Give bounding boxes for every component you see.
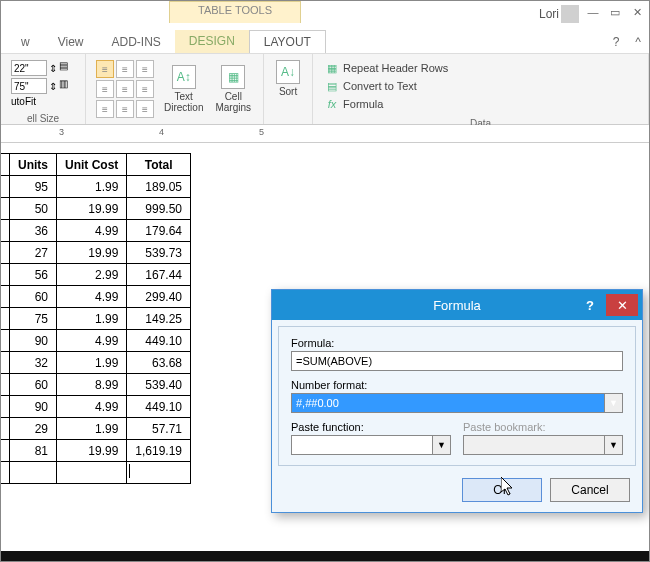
paste-function-label: Paste function: [291, 421, 451, 433]
cell-units[interactable]: 50 [10, 198, 57, 220]
col-unit-cost[interactable]: Unit Cost [57, 154, 127, 176]
align-top-center[interactable]: ≡ [116, 60, 134, 78]
user-avatar[interactable] [561, 5, 579, 23]
cell-units[interactable]: 36 [10, 220, 57, 242]
cell-total[interactable]: 167.44 [127, 264, 191, 286]
tab-design[interactable]: DESIGN [175, 30, 249, 53]
table-row: 364.99179.64 [0, 220, 191, 242]
cell-units[interactable]: 29 [10, 418, 57, 440]
cell-margins-icon: ▦ [221, 65, 245, 89]
cell-total[interactable]: 449.10 [127, 330, 191, 352]
cell-unit-cost[interactable]: 8.99 [57, 374, 127, 396]
cell-total[interactable]: 179.64 [127, 220, 191, 242]
ribbon-collapse-icon[interactable]: ^ [627, 31, 649, 53]
document-area: Units Unit Cost Total 951.99189.055019.9… [1, 143, 649, 562]
sort-button[interactable]: A↓ Sort [270, 56, 306, 101]
paste-function-combo[interactable]: ▼ [291, 435, 451, 455]
cell-units[interactable]: 75 [10, 308, 57, 330]
align-middle-right[interactable]: ≡ [136, 80, 154, 98]
ribbon-help-icon[interactable]: ? [605, 31, 628, 53]
distribute-rows-icon[interactable]: ▤ [59, 60, 75, 76]
repeat-header-rows-button[interactable]: ▦Repeat Header Rows [321, 60, 640, 76]
row-height-input[interactable]: 22" [11, 60, 47, 76]
align-top-left[interactable]: ≡ [96, 60, 114, 78]
cell-total[interactable]: 299.40 [127, 286, 191, 308]
window-titlebar: TABLE TOOLS Lori — ▭ ✕ [1, 1, 649, 29]
cell-unit-cost[interactable]: 1.99 [57, 176, 127, 198]
align-top-right[interactable]: ≡ [136, 60, 154, 78]
dialog-titlebar[interactable]: Formula ? ✕ [272, 290, 642, 320]
tab-layout[interactable]: LAYOUT [249, 30, 326, 53]
table-row: 604.99299.40 [0, 286, 191, 308]
table-row: 562.99167.44 [0, 264, 191, 286]
cancel-button[interactable]: Cancel [550, 478, 630, 502]
group-data: ▦Repeat Header Rows ▤Convert to Text fxF… [313, 54, 649, 124]
cell-total[interactable]: 1,619.19 [127, 440, 191, 462]
chevron-down-icon[interactable]: ▼ [604, 394, 622, 412]
tab-view[interactable]: View [44, 31, 98, 53]
align-bottom-center[interactable]: ≡ [116, 100, 134, 118]
cell-units[interactable]: 27 [10, 242, 57, 264]
align-middle-left[interactable]: ≡ [96, 80, 114, 98]
cell-total[interactable]: 149.25 [127, 308, 191, 330]
distribute-cols-icon[interactable]: ▥ [59, 78, 75, 94]
dialog-close-button[interactable]: ✕ [606, 294, 638, 316]
cell-units[interactable]: 90 [10, 330, 57, 352]
cell-unit-cost[interactable]: 2.99 [57, 264, 127, 286]
cell-unit-cost[interactable]: 4.99 [57, 220, 127, 242]
cell-unit-cost[interactable]: 19.99 [57, 242, 127, 264]
total-cell-active[interactable] [127, 462, 191, 484]
align-bottom-right[interactable]: ≡ [136, 100, 154, 118]
cell-units[interactable]: 90 [10, 396, 57, 418]
tab-addins[interactable]: ADD-INS [97, 31, 174, 53]
repeat-header-icon: ▦ [325, 61, 339, 75]
cell-units[interactable]: 95 [10, 176, 57, 198]
cell-total[interactable]: 57.71 [127, 418, 191, 440]
cell-total[interactable]: 539.40 [127, 374, 191, 396]
cell-unit-cost[interactable]: 1.99 [57, 308, 127, 330]
window-minimize-button[interactable]: — [581, 1, 605, 23]
align-bottom-left[interactable]: ≡ [96, 100, 114, 118]
cell-units[interactable]: 60 [10, 286, 57, 308]
dialog-help-button[interactable]: ? [578, 294, 602, 316]
cell-units[interactable]: 32 [10, 352, 57, 374]
align-middle-center[interactable]: ≡ [116, 80, 134, 98]
chevron-down-icon: ▼ [604, 436, 622, 454]
col-units[interactable]: Units [10, 154, 57, 176]
tab-partial-left[interactable]: w [7, 31, 44, 53]
data-table: Units Unit Cost Total 951.99189.055019.9… [0, 153, 191, 484]
window-close-button[interactable]: ✕ [625, 1, 649, 23]
cell-units[interactable]: 60 [10, 374, 57, 396]
cell-total[interactable]: 63.68 [127, 352, 191, 374]
cell-unit-cost[interactable]: 1.99 [57, 352, 127, 374]
table-row: 904.99449.10 [0, 396, 191, 418]
cell-unit-cost[interactable]: 4.99 [57, 286, 127, 308]
cell-unit-cost[interactable]: 4.99 [57, 396, 127, 418]
ribbon-tab-strip: w View ADD-INS DESIGN LAYOUT ? ^ [1, 29, 649, 53]
cell-total[interactable]: 189.05 [127, 176, 191, 198]
cell-margins-button[interactable]: ▦ Cell Margins [209, 56, 257, 122]
text-direction-button[interactable]: A↕ Text Direction [158, 56, 209, 122]
convert-to-text-button[interactable]: ▤Convert to Text [321, 78, 640, 94]
cell-total[interactable]: 539.73 [127, 242, 191, 264]
formula-button[interactable]: fxFormula [321, 96, 640, 112]
cell-total[interactable]: 999.50 [127, 198, 191, 220]
cell-unit-cost[interactable]: 1.99 [57, 418, 127, 440]
cell-units[interactable]: 56 [10, 264, 57, 286]
cell-units[interactable]: 81 [10, 440, 57, 462]
spinner-icon[interactable]: ⇕ [49, 63, 57, 74]
formula-input[interactable] [291, 351, 623, 371]
ok-button[interactable]: OK [462, 478, 542, 502]
chevron-down-icon[interactable]: ▼ [432, 436, 450, 454]
spinner-icon[interactable]: ⇕ [49, 81, 57, 92]
col-total[interactable]: Total [127, 154, 191, 176]
number-format-combo[interactable]: #,##0.00 ▼ [291, 393, 623, 413]
cell-unit-cost[interactable]: 19.99 [57, 198, 127, 220]
col-width-input[interactable]: 75" [11, 78, 47, 94]
group-alignment: ≡ ≡ ≡ ≡ ≡ ≡ ≡ ≡ ≡ A↕ Text Direction ▦ Ce… [86, 54, 264, 124]
window-restore-button[interactable]: ▭ [603, 1, 627, 23]
cell-unit-cost[interactable]: 4.99 [57, 330, 127, 352]
autofit-button[interactable]: utoFit [11, 96, 36, 107]
cell-total[interactable]: 449.10 [127, 396, 191, 418]
cell-unit-cost[interactable]: 19.99 [57, 440, 127, 462]
